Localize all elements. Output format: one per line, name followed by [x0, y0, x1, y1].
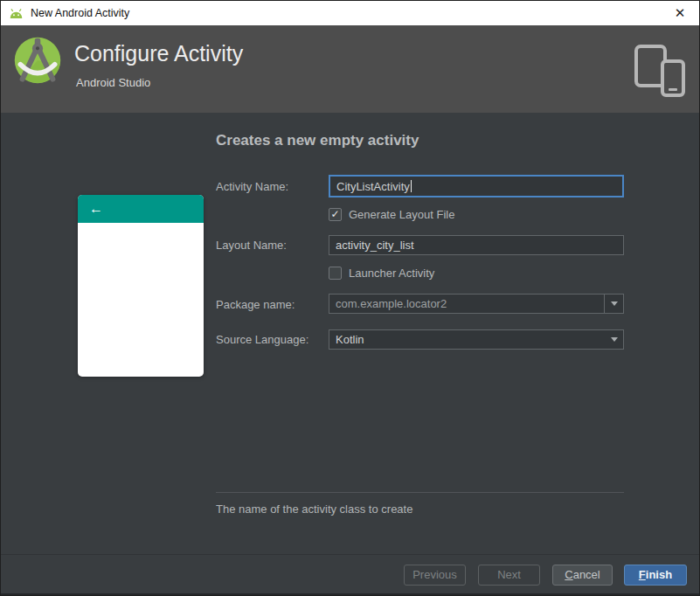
launcher-activity-label: Launcher Activity	[349, 267, 434, 280]
android-studio-logo-icon	[11, 34, 64, 87]
tablet-phone-icon	[634, 45, 685, 97]
finish-rest: inish	[646, 568, 672, 581]
phone-home-bar	[669, 88, 677, 91]
hint-divider	[216, 492, 624, 493]
page-title: Creates a new empty activity	[216, 132, 419, 149]
cancel-rest: ancel	[573, 568, 600, 581]
generate-layout-label: Generate Layout File	[349, 208, 454, 221]
language-dropdown-button[interactable]	[605, 330, 623, 349]
activity-name-label: Activity Name:	[216, 180, 288, 193]
phone-outline-icon	[661, 59, 685, 97]
cancel-button[interactable]: Cancel	[552, 565, 613, 586]
footer-divider	[1, 554, 699, 555]
launcher-activity-checkbox-row[interactable]: Launcher Activity	[329, 267, 434, 280]
next-button: Next	[478, 565, 540, 586]
package-dropdown-button[interactable]	[604, 295, 623, 313]
launcher-activity-checkbox[interactable]	[329, 267, 342, 280]
activity-name-input[interactable]: CityListActivity	[329, 175, 624, 198]
back-arrow-icon: ←	[89, 201, 103, 217]
source-language-combobox[interactable]: Kotlin	[329, 329, 624, 350]
activity-preview-thumbnail: ←	[78, 195, 204, 377]
wizard-title: Configure Activity	[74, 41, 243, 66]
previous-button: Previous	[404, 565, 466, 586]
layout-name-label: Layout Name:	[216, 239, 287, 252]
title-bar: New Android Activity ✕	[1, 1, 699, 25]
package-name-label: Package name:	[216, 298, 295, 311]
chevron-down-icon	[611, 301, 618, 306]
cancel-mnemonic: C	[565, 568, 572, 581]
activity-name-value: CityListActivity	[336, 180, 410, 193]
package-name-combobox[interactable]: com.example.locator2	[329, 294, 624, 314]
layout-name-value: activity_city_list	[336, 239, 414, 252]
new-android-activity-dialog: New Android Activity ✕ Configure Activit…	[0, 0, 700, 596]
wizard-header: Configure Activity Android Studio	[1, 25, 699, 113]
source-language-value: Kotlin	[336, 333, 364, 346]
field-hint: The name of the activity class to create	[216, 502, 412, 516]
layout-name-input[interactable]: activity_city_list	[329, 235, 624, 255]
android-head-icon	[9, 7, 24, 19]
wizard-subtitle: Android Studio	[76, 76, 150, 89]
chevron-down-icon	[611, 337, 618, 342]
text-caret	[411, 180, 412, 192]
generate-layout-checkbox[interactable]: ✓	[329, 208, 342, 221]
generate-layout-checkbox-row[interactable]: ✓ Generate Layout File	[329, 208, 454, 221]
preview-app-bar: ←	[78, 195, 204, 223]
window-title: New Android Activity	[31, 7, 129, 19]
package-name-value: com.example.locator2	[336, 297, 447, 310]
finish-button[interactable]: Finish	[624, 565, 687, 586]
source-language-label: Source Language:	[216, 333, 308, 346]
finish-mnemonic: F	[639, 568, 646, 581]
close-icon[interactable]: ✕	[669, 1, 691, 25]
